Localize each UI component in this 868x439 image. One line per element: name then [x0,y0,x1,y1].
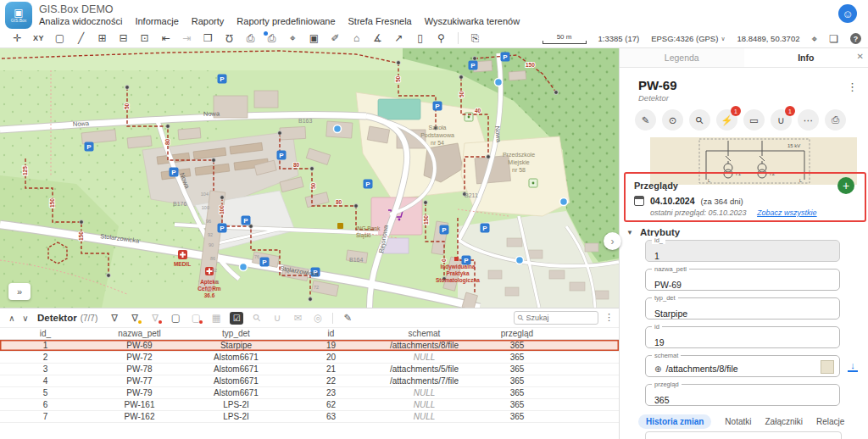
parking-icon[interactable]: P [442,226,447,234]
schemat-thumbnail[interactable] [821,360,834,374]
tab-relacje[interactable]: Relacje [816,417,844,426]
grid-view-icon[interactable]: ▦ [206,310,226,325]
collapse-atrybuty-icon[interactable]: ▼ [626,229,633,236]
draw-line-icon[interactable]: ╱ [70,30,92,47]
table-row[interactable]: 2PW-72 Alstom667120 NULL365 [0,352,619,364]
previous-view-icon[interactable]: ⇤ [155,30,176,47]
more-icon[interactable]: ⋯ [798,109,819,131]
field-przeglad[interactable]: przegląd 365 [645,384,840,406]
download-icon[interactable]: ↓ [848,361,858,372]
print-active-icon[interactable]: ⎙ [261,30,282,47]
col-schemat[interactable]: schemat [378,329,470,338]
help-icon[interactable]: ? [850,33,861,44]
tab-legenda[interactable]: Legenda [620,48,744,67]
table-row[interactable]: 6PW-161 LPS-2I62 NULL365 [0,399,619,411]
menu-analiza-widocznosci[interactable]: Analiza widoczności [39,16,122,26]
parking-icon[interactable]: P [482,225,487,232]
table-row[interactable]: 5PW-79 Alstom667123 NULL365 [0,387,619,399]
attachments-icon[interactable]: ∪1 [771,109,792,131]
filter-clear-icon[interactable]: ∇ [145,310,165,325]
field-id[interactable]: id 19 [645,326,840,348]
parking-icon[interactable]: P [86,143,92,151]
overview-map-icon[interactable]: ❏ [829,33,838,45]
street-view-icon[interactable]: ⌖ [282,30,303,47]
locate-icon[interactable]: ⌖ [811,33,817,45]
measure-distance-icon[interactable]: ✐ [325,30,346,47]
col-nazwa_petl[interactable]: nazwa_petl [91,329,188,338]
detector-point[interactable] [560,198,568,206]
image-search-icon[interactable]: ▣ [303,30,325,47]
table-collapse-down-icon[interactable]: ∨ [19,314,32,323]
parking-icon[interactable]: P [279,152,284,159]
magnet-icon[interactable]: Ω [219,30,240,47]
feature-kebab-icon[interactable]: ⋮ [847,81,858,93]
table-kebab-icon[interactable]: ⋮ [604,312,614,323]
parking-icon[interactable]: P [243,217,248,225]
next-view-icon[interactable]: ⇥ [176,30,198,47]
tab-historia-zmian[interactable]: Historia zmian [638,414,711,429]
measure-angle-icon[interactable]: ∡ [367,30,388,47]
menu-raporty[interactable]: Raporty [192,16,225,26]
selection-box-icon[interactable]: ▢ [49,30,70,47]
checkbox-select-icon[interactable]: ☑ [230,312,243,325]
search-input[interactable] [526,314,590,322]
full-extent-icon[interactable]: ⊡ [134,30,155,47]
tab-zalaczniki[interactable]: Załączniki [765,417,802,426]
mobile-icon[interactable]: ▯ [409,30,431,47]
filter-saved-icon[interactable]: ∇ [125,310,145,325]
menu-informacje[interactable]: Informacje [135,16,178,26]
col-typ_det[interactable]: typ_det [188,329,284,338]
detector-point[interactable] [334,125,342,133]
print-icon[interactable]: ⎙ [825,109,846,131]
screen-icon[interactable]: ▭ [743,109,765,131]
zoom-in-box-icon[interactable]: ⊞ [92,30,113,47]
map-canvas[interactable]: 125 150 150 50 80 100 80 50 80 50 40 50 … [0,48,619,308]
azimuth-icon[interactable]: ↗ [388,30,409,47]
select-area-icon[interactable]: ▢ [165,310,186,325]
search-record-icon[interactable]: ⚲ [244,305,270,331]
filter-icon[interactable]: ∇ [104,310,125,325]
zoom-to-icon[interactable]: ⚲ [689,109,710,131]
tab-notatki[interactable]: Notatki [725,417,751,426]
visibility-icon[interactable]: ⊙ [662,109,683,131]
flash-icon[interactable]: ⚡1 [716,109,737,131]
xy-coordinates-icon[interactable]: XY [28,30,49,47]
edit-icon[interactable]: ✎ [635,109,656,131]
collapse-panel-handle[interactable]: › [604,232,621,250]
parking-icon[interactable]: P [503,53,508,61]
parking-icon[interactable]: P [435,103,440,110]
edit-icon[interactable]: ✎ [337,310,358,325]
detector-point[interactable] [240,264,248,271]
tab-info[interactable]: Info [744,48,868,67]
layers-add-icon[interactable]: ❒ [198,30,219,47]
measure-area-icon[interactable]: ⌂ [346,30,367,47]
print-icon[interactable]: ⎙ [240,30,261,47]
pan-select-icon[interactable]: ✛ [7,30,28,47]
close-icon[interactable]: ✕ [857,52,864,61]
gisbox-logo[interactable]: ▣ GIS.Box [5,2,32,29]
expand-panel-button[interactable]: » [8,283,31,300]
field-schemat[interactable]: schemat ⊕ /attachments/8/file ↓ [645,355,840,377]
parking-icon[interactable]: P [470,62,476,69]
user-avatar[interactable]: ☺ [838,4,857,23]
parking-icon[interactable]: P [220,75,225,83]
table-collapse-up-icon[interactable]: ∧ [5,314,19,323]
detector-point[interactable] [516,257,524,264]
col-przeglad[interactable]: przegląd [470,329,564,338]
table-row[interactable]: 1PW-69 Starpipe19 /attachments/8/file365 [0,340,619,352]
target-icon[interactable]: ◎ [308,310,328,325]
parking-icon[interactable]: P [365,181,370,188]
table-row[interactable]: 4PW-77 Alstom667122 /attachments/7/file3… [0,375,619,387]
detector-point[interactable] [495,79,503,86]
parking-icon[interactable]: P [171,169,176,176]
search-tools-icon[interactable]: ⚲ [431,30,452,47]
field-typ_det[interactable]: typ_det Starpipe [645,297,840,320]
col-id[interactable]: id [284,329,378,338]
deselect-area-icon[interactable]: ▢ [186,310,206,325]
parking-icon[interactable]: P [262,258,267,266]
menu-strefa-fresnela[interactable]: Strefa Fresnela [348,16,412,26]
parking-icon[interactable]: P [220,225,225,232]
field-nazwa_petl[interactable]: nazwa_petl PW-69 [645,269,840,291]
zoom-out-box-icon[interactable]: ⊟ [113,30,134,47]
mail-icon[interactable]: ✉ [287,310,308,325]
